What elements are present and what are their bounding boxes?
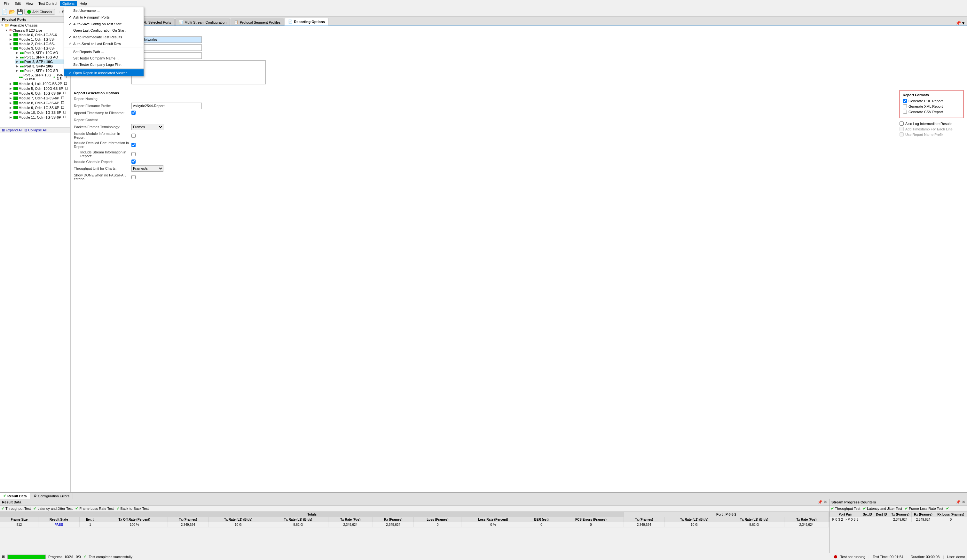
menu-item-auto-save[interactable]: ✓ Auto-Save Config on Test Start — [64, 20, 144, 27]
menu-item-set-reports-path[interactable]: Set Reports Path ... — [64, 49, 144, 55]
comments-textarea[interactable] — [131, 61, 266, 84]
stream-latency-check-icon: ✔ — [863, 506, 866, 511]
result-tab-back-to-back[interactable]: ✔ Back-to-Back Test — [116, 506, 149, 511]
module-0[interactable]: ▶ Module 0, Odin-1G-3S-6 — [9, 33, 70, 37]
module-8-checkbox[interactable]: ☐ — [61, 100, 64, 105]
col-loss-rate: Loss Rate (Percent) — [461, 517, 525, 522]
stream-progress-pin-icon[interactable]: 📌 — [956, 500, 960, 504]
port-3-2[interactable]: ▶ ■■ Port 2, SFP+ 10G — [15, 59, 70, 64]
module-8[interactable]: ▶ Module 8, Odin-1G-3S-6P ☐ — [9, 100, 70, 105]
module-6-checkbox[interactable]: ☐ — [63, 91, 66, 95]
tab-multi-stream[interactable]: 📊 Multi-Stream Configuration — [175, 18, 230, 26]
module-5[interactable]: ▶ Module 5, Odin-100G-6S-6P ☐ — [9, 86, 70, 91]
module-9[interactable]: ▶ Module 9, Odin-1G-3S-6P ☐ — [9, 105, 70, 110]
chassis-item[interactable]: ▼ ✕ Chassis 0 L23 Live — [5, 28, 70, 33]
include-stream-label: Include Stream Information in Report: — [74, 150, 131, 158]
menu-help[interactable]: Help — [77, 1, 89, 6]
tab-bar-pin-icon[interactable]: 📌 — [955, 20, 961, 26]
port-3-4[interactable]: ▶ ■■ Port 4, SFP+ 10G SR — [15, 68, 70, 73]
tab-reporting-options[interactable]: 📄 Reporting Options — [285, 18, 328, 26]
port-3-0[interactable]: ▶ ■■ Port 0, SFP+ 10G AO — [15, 51, 70, 55]
throughput-unit-label: Throughput Unit for Charts: — [74, 166, 131, 170]
tab-selected-ports[interactable]: 🔌 Selected Ports — [139, 18, 175, 26]
stream-tab-throughput[interactable]: ✔ Throughput Test — [831, 506, 860, 511]
menu-item-set-tester-logo[interactable]: Set Tester Company Logo File ... — [64, 61, 144, 68]
include-detailed-port-checkbox[interactable] — [131, 143, 135, 147]
result-tab-latency[interactable]: ✔ Latency and Jitter Test — [33, 506, 73, 511]
module-11-checkbox[interactable]: ☐ — [63, 115, 66, 119]
bottom-tab-config-errors[interactable]: ⚙ Configuration Errors — [30, 493, 73, 499]
module-11[interactable]: ▶ Module 11, Odin-1G-3S-6P ☐ — [9, 115, 70, 120]
menu-test-control[interactable]: Test Control — [36, 1, 60, 6]
stream-progress-close-icon[interactable]: ✕ — [962, 500, 965, 504]
menu-edit[interactable]: Edit — [12, 1, 23, 6]
generate-csv-checkbox[interactable] — [903, 110, 907, 114]
check-ask-relinquish: ✓ — [67, 15, 73, 19]
toolbar-open-icon[interactable]: 📂 — [9, 8, 15, 15]
stream-tab-extra[interactable]: ✔ — [946, 506, 949, 511]
module-10-label: Module 10, Odin-1G-3S-6P — [18, 110, 61, 114]
module-3[interactable]: ▼ Module 3, Odin-1G-6S- — [9, 46, 70, 51]
menu-item-ask-relinquish[interactable]: ✓ Ask to Relinquish Ports — [64, 14, 144, 20]
also-log-intermediate-checkbox[interactable] — [899, 122, 904, 126]
left-panel-scrollbar[interactable] — [0, 121, 70, 127]
menu-item-set-tester-company[interactable]: Set Tester Company Name ... — [64, 55, 144, 61]
add-chassis-button[interactable]: Add Chassis — [24, 9, 55, 15]
tab-bar-close-icon[interactable]: ▾ — [962, 20, 964, 26]
module-7[interactable]: ▶ Module 7, Odin-1G-3S-6P ☐ — [9, 96, 70, 100]
generate-pdf-checkbox[interactable] — [903, 99, 907, 103]
bottom-tab-result-data[interactable]: ✔ Result Data — [0, 493, 30, 499]
include-stream-checkbox[interactable] — [131, 152, 135, 156]
port-3-1[interactable]: ▶ ■■ Port 1, SFP+ 10G AO — [15, 55, 70, 59]
module-10[interactable]: ▶ Module 10, Odin-1G-3S-6P ☐ — [9, 110, 70, 115]
collapse-all-button[interactable]: ⊟ Collapse All — [24, 128, 47, 132]
tree-available-chassis[interactable]: ▼ 📁 Available Chassis — [0, 23, 70, 28]
port-3-3[interactable]: ▶ ■■ Port 3, SFP+ 10G — [15, 64, 70, 68]
expand-all-button[interactable]: ⊞ Expand All — [2, 128, 22, 132]
module-7-checkbox[interactable]: ☐ — [61, 96, 64, 100]
menu-item-open-report-viewer[interactable]: ✓ Open Report in Associated Viewer — [64, 69, 144, 76]
throughput-unit-select[interactable]: Frames/s Bits/s Packets/s — [131, 165, 163, 172]
packets-terminology-select[interactable]: Frames Packets — [131, 124, 163, 130]
stream-tab-latency[interactable]: ✔ Latency and Jitter Test — [863, 506, 902, 511]
module-4-checkbox[interactable]: ☐ — [64, 81, 67, 86]
stream-tab-frame-loss[interactable]: ✔ Frame Loss Rate Test — [905, 506, 943, 511]
module-3-ports: ▶ ■■ Port 0, SFP+ 10G AO ▶ ■■ Port 1, SF… — [9, 51, 70, 81]
menu-item-keep-intermediate[interactable]: ✓ Keep Intermediate Test Results — [64, 34, 144, 40]
menu-item-set-username[interactable]: Set Username ... — [64, 7, 144, 14]
menu-options[interactable]: Options — [60, 1, 77, 6]
use-report-name-prefix-checkbox[interactable] — [899, 132, 904, 137]
include-module-checkbox[interactable] — [131, 133, 135, 138]
result-tab-throughput[interactable]: ✔ Throughput Test — [1, 506, 31, 511]
module-9-checkbox[interactable]: ☐ — [61, 105, 64, 110]
stream-throughput-check-icon: ✔ — [831, 506, 834, 511]
menu-item-auto-scroll[interactable]: ✓ Auto-Scroll to Last Result Row — [64, 40, 144, 47]
generate-pdf-label: Generate PDF Report — [909, 99, 943, 103]
stream-cell-port-pair: P-0-3-2 -> P-0-3-3 — [830, 517, 861, 522]
toolbar-save-icon[interactable]: 💾 — [17, 8, 23, 15]
module-10-checkbox[interactable]: ☐ — [63, 110, 66, 114]
result-data-pin-icon[interactable]: 📌 — [818, 500, 822, 504]
tab-reporting-options-icon: 📄 — [288, 20, 292, 24]
port-3-5-icon: ■■ — [19, 76, 23, 79]
menu-item-open-last-config[interactable]: Open Last Configuration On Start — [64, 27, 144, 34]
add-timestamp-line-checkbox[interactable] — [899, 127, 904, 131]
module-4[interactable]: ▶ Module 4, Loki-100G-5S-2P ☐ — [9, 81, 70, 86]
result-data-close-icon[interactable]: ✕ — [824, 500, 827, 504]
module-1[interactable]: ▶ Module 1, Odin-1G-5S- — [9, 37, 70, 41]
show-done-checkbox[interactable] — [131, 175, 135, 180]
generate-xml-checkbox[interactable] — [903, 104, 907, 108]
menu-view[interactable]: View — [23, 1, 36, 6]
report-filename-prefix-input[interactable] — [131, 103, 202, 109]
module-2[interactable]: ▶ Module 2, Odin-1G-6S- — [9, 41, 70, 46]
tab-protocol-profiles[interactable]: 📋 Protocol Segment Profiles — [231, 18, 284, 26]
toolbar-new-icon[interactable]: 📄 — [1, 8, 8, 15]
module-6[interactable]: ▶ Module 6, Odin-10G-6S-6P ☐ — [9, 91, 70, 96]
menu-file[interactable]: File — [1, 1, 12, 6]
port-3-5[interactable]: ■■ Port 5, SFP+ 10G SR 850 ● P-0-3-5 ☐ — [15, 73, 70, 81]
include-charts-checkbox[interactable] — [131, 160, 135, 164]
options-dropdown-menu: Set Username ... ✓ Ask to Relinquish Por… — [64, 7, 144, 76]
result-tab-frame-loss[interactable]: ✔ Frame Loss Rate Test — [75, 506, 114, 511]
module-5-checkbox[interactable]: ☐ — [65, 86, 68, 91]
append-timestamp-checkbox[interactable] — [131, 110, 135, 115]
